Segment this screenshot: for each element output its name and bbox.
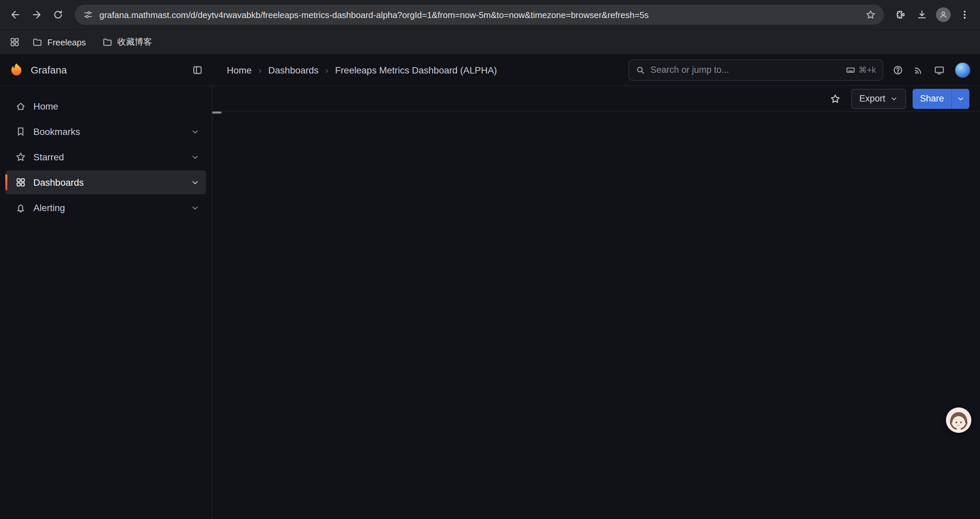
home-icon	[15, 101, 26, 112]
back-arrow-icon	[10, 10, 21, 20]
share-split-button: Share	[913, 88, 969, 109]
dashboard-canvas: Last 5 minutes Refresh	[212, 112, 221, 113]
user-avatar[interactable]	[955, 62, 970, 78]
export-label: Export	[859, 94, 885, 104]
sidebar-item-label: Dashboards	[33, 177, 183, 188]
dashboard-toolbar: Export Share	[212, 86, 980, 112]
share-button[interactable]: Share	[913, 88, 951, 109]
time-controls: Last 5 minutes Refresh	[212, 112, 221, 113]
search-icon	[636, 65, 645, 75]
reload-button[interactable]	[48, 5, 68, 25]
breadcrumb-item[interactable]: Home	[227, 64, 252, 75]
bookmark-star-icon[interactable]	[865, 10, 876, 20]
download-icon	[916, 10, 927, 20]
url-text: grafana.mathmast.com/d/deytv4rwavabkb/fr…	[99, 10, 859, 20]
assistant-face-icon	[946, 407, 971, 433]
chevron-down-icon	[191, 203, 199, 212]
chevron-down-icon	[957, 94, 965, 102]
reload-icon	[53, 10, 64, 20]
person-icon	[939, 10, 948, 19]
display-icon[interactable]	[934, 64, 945, 75]
browser-profile-button[interactable]	[933, 5, 953, 25]
extensions-icon[interactable]	[891, 5, 911, 25]
bookmark-icon	[15, 126, 26, 137]
sidebar-item-alerting[interactable]: Alerting	[5, 196, 206, 220]
breadcrumb: Home›Dashboards›Freeleaps Metrics Dashbo…	[212, 64, 628, 75]
chevron-down-icon	[191, 153, 199, 161]
star-icon	[15, 152, 26, 162]
header-icons	[892, 62, 980, 78]
news-rss-icon[interactable]	[913, 64, 924, 75]
forward-button[interactable]	[27, 5, 47, 25]
grafana-header: Grafana Home›Dashboards›Freeleaps Metric…	[0, 54, 980, 86]
share-menu-button[interactable]	[951, 88, 969, 109]
bookmark-item[interactable]: 收藏博客	[99, 35, 155, 50]
brand-title: Grafana	[31, 64, 185, 75]
sidebar-item-label: Starred	[33, 152, 183, 162]
kebab-menu-icon	[959, 10, 970, 20]
apps-grid-icon[interactable]	[10, 37, 20, 48]
sidebar-item-label: Alerting	[33, 203, 183, 213]
puzzle-icon	[895, 10, 906, 20]
sidebar-item-home[interactable]: Home	[5, 94, 206, 118]
bell-icon	[15, 203, 26, 213]
chevron-down-icon	[191, 178, 199, 187]
header-left: Grafana	[0, 62, 212, 77]
breadcrumb-item[interactable]: Dashboards	[268, 64, 318, 75]
sidebar-nav: HomeBookmarksStarredDashboardsAlerting	[0, 86, 212, 519]
bookmarks-bar: Freeleaps收藏博客	[0, 29, 980, 54]
site-info-icon[interactable]	[83, 10, 94, 20]
search-input[interactable]	[651, 65, 841, 75]
breadcrumb-separator: ›	[325, 64, 328, 75]
bookmark-label: Freeleaps	[48, 37, 86, 47]
help-icon[interactable]	[892, 64, 903, 75]
breadcrumb-item[interactable]: Freeleaps Metrics Dashboard (ALPHA)	[335, 64, 497, 75]
browser-profile-avatar	[936, 7, 951, 22]
bookmarks-list: Freeleaps收藏博客	[29, 35, 155, 50]
keyboard-icon	[846, 65, 855, 75]
sidebar-item-dashboards[interactable]: Dashboards	[5, 170, 206, 194]
breadcrumb-separator: ›	[259, 64, 261, 75]
url-bar[interactable]: grafana.mathmast.com/d/deytv4rwavabkb/fr…	[75, 5, 884, 25]
search-shortcut: ⌘+k	[846, 65, 876, 75]
star-icon	[830, 93, 841, 104]
downloads-icon[interactable]	[912, 5, 932, 25]
folder-icon	[102, 37, 113, 48]
floating-assistant-avatar[interactable]	[946, 407, 971, 433]
browser-toolbar: grafana.mathmast.com/d/deytv4rwavabkb/fr…	[0, 0, 980, 29]
folder-icon	[32, 37, 43, 48]
bookmark-label: 收藏博客	[118, 36, 152, 48]
chevron-down-icon	[191, 127, 199, 136]
grafana-logo-icon[interactable]	[10, 62, 24, 77]
browser-menu-button[interactable]	[955, 5, 975, 25]
search-box[interactable]: ⌘+k	[628, 59, 883, 80]
screen: grafana.mathmast.com/d/deytv4rwavabkb/fr…	[0, 0, 980, 519]
apps-icon	[15, 177, 26, 188]
bookmark-item[interactable]: Freeleaps	[29, 35, 89, 49]
forward-arrow-icon	[31, 10, 42, 20]
sidebar-item-bookmarks[interactable]: Bookmarks	[5, 120, 206, 144]
favorite-star-button[interactable]	[826, 89, 845, 108]
back-button[interactable]	[5, 5, 25, 25]
main-area: Export Share Last 5 minutes	[212, 86, 980, 519]
chevron-down-icon	[890, 94, 898, 102]
dock-menu-icon[interactable]	[192, 64, 203, 75]
active-indicator	[5, 174, 7, 190]
sidebar-item-starred[interactable]: Starred	[5, 145, 206, 169]
export-button[interactable]: Export	[851, 88, 906, 109]
grafana-app: Grafana Home›Dashboards›Freeleaps Metric…	[0, 54, 980, 519]
sidebar-item-label: Home	[33, 101, 199, 112]
sidebar-item-label: Bookmarks	[33, 126, 183, 137]
app-body: HomeBookmarksStarredDashboardsAlerting E…	[0, 86, 980, 519]
search-shortcut-keys: ⌘+k	[859, 65, 876, 75]
